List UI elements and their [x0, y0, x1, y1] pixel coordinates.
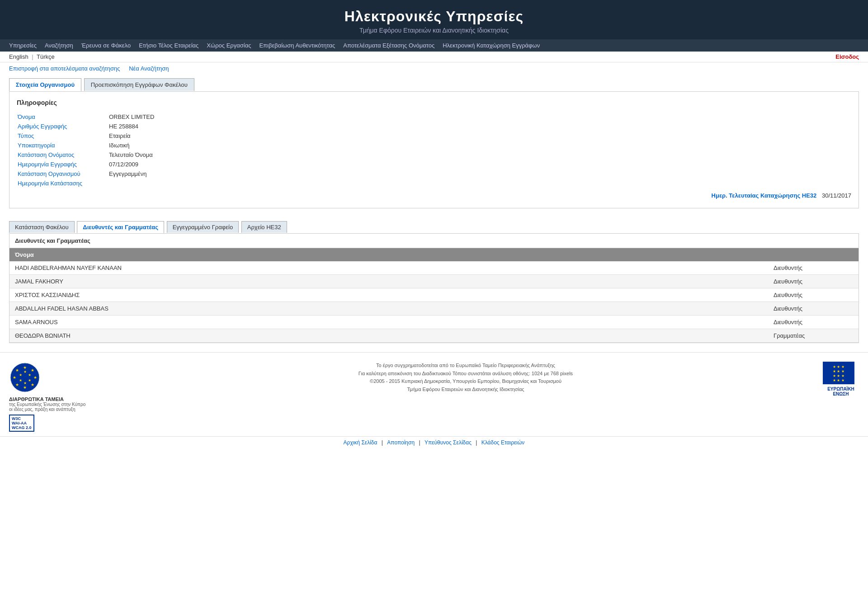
info-field-label: Κατάσταση Οργανισμού [18, 170, 108, 178]
site-title: Ηλεκτρονικές Υπηρεσίες [0, 8, 868, 25]
footer-link-home[interactable]: Αρχική Σελίδα [344, 439, 377, 446]
nav-name-exam[interactable]: Αποτελέσματα Εξέτασης Ονόματος [343, 42, 434, 49]
eu-label: ΕΥΡΩΠΑΪΚΗ ΕΝΩΣΗ [823, 387, 859, 396]
info-field-value: HE 258884 [109, 122, 850, 131]
login-link[interactable]: Είσοδος [835, 53, 859, 60]
info-row: Αριθμός ΕγγραφήςHE 258884 [18, 122, 850, 131]
footer-logo-sub: της Ευρωπαϊκής Ένωσης στην Κύπρο [9, 402, 108, 407]
w3c-wai-badge: W3CWAI-AAWCAG 2.0 [9, 415, 34, 432]
info-row: Κατάσταση ΟνόματοςΤελευταίο Όνομα [18, 151, 850, 159]
svg-text:★ ★ ★: ★ ★ ★ [833, 365, 844, 369]
svg-text:★: ★ [33, 375, 37, 380]
director-role: Διευθυντής [768, 316, 859, 329]
director-name: ABDALLAH FADEL HASAN ABBAS [9, 302, 768, 316]
nav-search[interactable]: Αναζήτηση [45, 42, 73, 49]
subtab-he32-archive[interactable]: Αρχείο ΗΕ32 [241, 221, 287, 233]
director-name: ΘΕΟΔΩΡΑ ΒΩΝΙΑΤΗ [9, 329, 768, 343]
info-row: ΤύποςΕταιρεία [18, 132, 850, 140]
info-field-value [109, 179, 850, 188]
site-header: Ηλεκτρονικές Υπηρεσίες Τμήμα Εφόρου Εται… [0, 0, 868, 39]
svg-text:★: ★ [13, 375, 16, 380]
footer-logo-area: ★ ★ ★ ★ ★ ★ ★ ★ ★ ★ ★ ★ ★ ★ ΔΙΑΡΘΡΩΤΙΚΑ … [9, 362, 108, 432]
col-role-header [768, 248, 859, 261]
subtab-folder-status[interactable]: Κατάσταση Φακέλου [9, 221, 75, 233]
table-row: JAMAL FAKHORYΔιευθυντής [9, 275, 859, 288]
svg-text:★ ★ ★: ★ ★ ★ [833, 374, 844, 378]
footer-link-responsible[interactable]: Υπεύθυνος Σελίδας [425, 439, 472, 446]
site-subtitle: Τμήμα Εφόρου Εταιρειών και Διανοητικής Ι… [0, 27, 868, 34]
svg-text:★: ★ [31, 368, 34, 373]
svg-text:★: ★ [24, 381, 27, 385]
tab-folder-preview[interactable]: Προεπισκόπηση Εγγράφων Φακέλου [84, 78, 194, 91]
info-field-label: Υποκατηγορία [18, 141, 108, 150]
info-field-label: Ημερομηνία Κατάστασης [18, 179, 108, 188]
info-field-value: Τελευταίο Όνομα [109, 151, 850, 159]
subtab-registered-office[interactable]: Εγγεγραμμένο Γραφείο [167, 221, 239, 233]
nav-electronic-reg[interactable]: Ηλεκτρονική Καταχώρηση Εγγράφων [443, 42, 540, 49]
footer-logo-sub2: οι ιδέες μας, πράξη και ανάπτυξη [9, 407, 108, 412]
last-record-row: Ημερ. Τελευταίας Καταχώρησης ΗΕ32 30/11/… [17, 189, 851, 201]
footer-link-disclaimer[interactable]: Αποποίηση [387, 439, 415, 446]
table-row: ABDALLAH FADEL HASAN ABBASΔιευθυντής [9, 302, 859, 316]
info-field-value: Ιδιωτική [109, 141, 850, 150]
svg-text:★: ★ [15, 368, 19, 373]
svg-text:★: ★ [23, 385, 27, 390]
last-record-date: 30/11/2017 [822, 192, 851, 199]
language-bar: English | Türkçe Είσοδος [0, 52, 868, 62]
navbar: Υπηρεσίες Αναζήτηση Έρευνα σε Φάκελο Ετή… [0, 39, 868, 52]
info-row: ΥποκατηγορίαΙδιωτική [18, 141, 850, 150]
nav-folder-research[interactable]: Έρευνα σε Φάκελο [81, 42, 131, 49]
info-field-label: Κατάσταση Ονόματος [18, 151, 108, 159]
back-to-results-link[interactable]: Επιστροφή στα αποτελέσματα αναζήτησης [9, 65, 120, 72]
nav-auth[interactable]: Επιβεβαίωση Αυθεντικότητας [259, 42, 335, 49]
language-selector: English | Türkçe [9, 53, 55, 60]
info-field-label: Αριθμός Εγγραφής [18, 122, 108, 131]
svg-text:★ ★ ★: ★ ★ ★ [833, 369, 844, 373]
nav-services[interactable]: Υπηρεσίες [9, 42, 37, 49]
footer-main: ★ ★ ★ ★ ★ ★ ★ ★ ★ ★ ★ ★ ★ ★ ΔΙΑΡΘΡΩΤΙΚΑ … [0, 352, 868, 436]
directors-section: Διευθυντές και Γραμματέας Όνομα HADI ABD… [9, 233, 859, 343]
login-section: Είσοδος [835, 53, 859, 60]
subtab-directors[interactable]: Διευθυντές και Γραμματέας [77, 221, 164, 233]
footer-copyright-text: ©2005 - 2015 Κυπριακή Δημοκρατία, Υπουργ… [118, 377, 814, 386]
lang-turkce[interactable]: Türkçe [37, 53, 55, 60]
table-row: ΧΡΙΣΤΟΣ ΚΑΣΣΙΑΝΙΔΗΣΔιευθυντής [9, 288, 859, 302]
footer-resolution-text: Για καλύτερη απεικόνιση του Διαδικτυακού… [118, 370, 814, 378]
svg-text:★: ★ [28, 373, 31, 377]
info-row: Ημερομηνία Εγγραφής07/12/2009 [18, 160, 850, 169]
footer-fund-text: Το έργο συγχρηματοδοτείται από το Ευρωπα… [118, 362, 814, 370]
lang-english[interactable]: English [9, 53, 28, 60]
last-record-label[interactable]: Ημερ. Τελευταίας Καταχώρησης ΗΕ32 [712, 192, 817, 199]
eu-flag-logo: ★ ★ ★ ★ ★ ★ ★ ★ ★ ★ ★ ★ ΕΥΡΩΠΑΪΚΗ ΕΝΩΣΗ [823, 362, 859, 396]
new-search-link[interactable]: Νέα Αναζήτηση [129, 65, 169, 72]
svg-text:★ ★ ★: ★ ★ ★ [833, 378, 844, 382]
director-role: Διευθυντής [768, 275, 859, 288]
nav-annual-fee[interactable]: Ετήσιο Τέλος Εταιρείας [139, 42, 198, 49]
table-row: SAMA ARNOUSΔιευθυντής [9, 316, 859, 329]
svg-text:★: ★ [23, 365, 27, 370]
svg-text:★: ★ [19, 373, 22, 377]
svg-text:★: ★ [31, 382, 34, 387]
table-row: HADI ABDELRAHMAN NAYEF KANAANΔιευθυντής [9, 261, 859, 275]
tab-organization-details[interactable]: Στοιχεία Οργανισμού [9, 78, 81, 91]
info-field-label: Τύπος [18, 132, 108, 140]
director-name: JAMAL FAKHORY [9, 275, 768, 288]
footer-text-area: Το έργο συγχρηματοδοτείται από το Ευρωπα… [108, 362, 823, 393]
svg-text:★: ★ [19, 378, 22, 382]
info-field-label: Όνομα [18, 113, 108, 121]
footer-link-branch[interactable]: Κλάδος Εταιρειών [481, 439, 525, 446]
info-section: Πληροφορίες ΌνομαORBEX LIMITEDΑριθμός Εγ… [9, 91, 859, 208]
footer-dept-text: Τμήμα Εφόρου Εταιρειών και Διανοητικής Ι… [118, 386, 814, 394]
footer-links: Αρχική Σελίδα | Αποποίηση | Υπεύθυνος Σε… [0, 436, 868, 450]
info-field-value: Εγγεγραμμένη [109, 170, 850, 178]
info-row: Κατάσταση ΟργανισμούΕγγεγραμμένη [18, 170, 850, 178]
director-role: Γραμματέας [768, 329, 859, 343]
info-field-value: Εταιρεία [109, 132, 850, 140]
info-field-label: Ημερομηνία Εγγραφής [18, 160, 108, 169]
nav-workspace[interactable]: Χώρος Εργασίας [207, 42, 251, 49]
info-row: ΌνομαORBEX LIMITED [18, 113, 850, 121]
main-tabs: Στοιχεία Οργανισμού Προεπισκόπηση Εγγράφ… [0, 75, 868, 91]
svg-text:★: ★ [28, 378, 31, 382]
info-row: Ημερομηνία Κατάστασης [18, 179, 850, 188]
info-field-value: 07/12/2009 [109, 160, 850, 169]
